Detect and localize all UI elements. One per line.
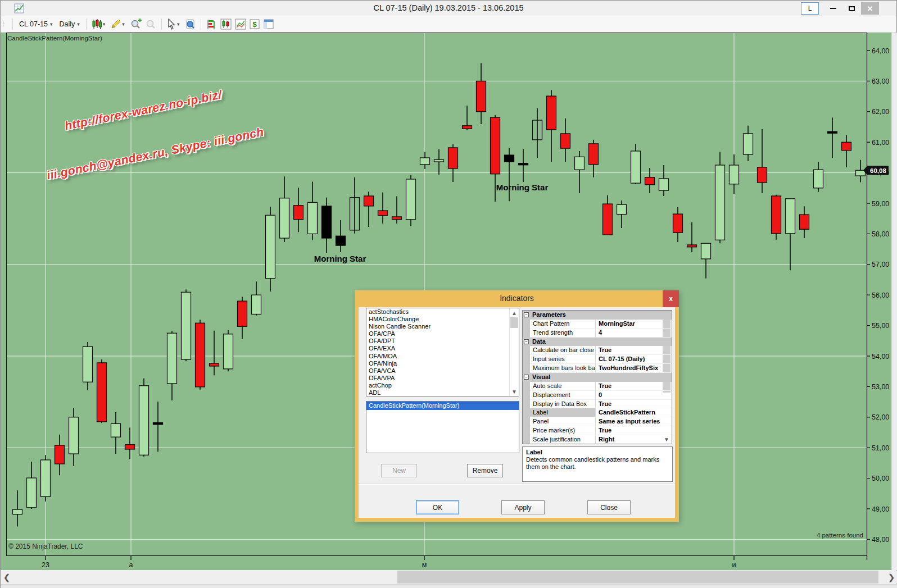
candle-body xyxy=(772,196,781,234)
indicator-list-item[interactable]: actStochastics xyxy=(366,308,519,316)
line-chart-icon xyxy=(235,19,246,30)
property-row[interactable]: Calculate on bar closeTrue xyxy=(523,346,672,355)
minimize-button[interactable] xyxy=(824,2,841,15)
property-grid[interactable]: ▲ ▼ −ParametersChart PatternMorningStarT… xyxy=(522,310,672,444)
property-row[interactable]: Displacement0 xyxy=(523,391,672,400)
available-indicators-list[interactable]: ▲ ▼ actStochasticsHMAColorChangeNison Ca… xyxy=(366,308,519,396)
cursor-button[interactable]: ▾ xyxy=(165,17,183,31)
property-row[interactable]: Input seriesCL 07-15 (Daily) xyxy=(523,355,672,364)
candle-body xyxy=(828,131,837,133)
new-button[interactable]: New xyxy=(381,464,417,477)
control-center-icon xyxy=(263,19,274,30)
selected-indicators-list[interactable]: CandleStickPattern(MorningStar) xyxy=(366,401,519,453)
patterns-found-label: 4 patterns found xyxy=(801,532,863,539)
property-row[interactable]: Chart PatternMorningStar xyxy=(523,320,672,329)
indicator-list-item[interactable]: ADL xyxy=(366,389,519,396)
candle-body xyxy=(505,155,514,162)
scrollbar-thumb[interactable] xyxy=(397,571,878,584)
apply-button[interactable]: Apply xyxy=(501,500,545,514)
property-group-row[interactable]: −Visual xyxy=(523,373,672,382)
collapse-icon[interactable]: − xyxy=(524,312,529,317)
scrollbar-thumb[interactable] xyxy=(510,317,518,328)
market-analyzer-button[interactable] xyxy=(205,17,218,31)
candle-body xyxy=(196,323,205,387)
separator xyxy=(359,484,675,485)
draw-button[interactable]: ▾ xyxy=(109,17,128,31)
pattern-label: Morning Star xyxy=(496,183,549,192)
candle-body xyxy=(153,423,163,425)
property-group-row[interactable]: −Parameters xyxy=(523,311,672,320)
close-dialog-button[interactable]: Close xyxy=(587,500,631,514)
chart-button[interactable] xyxy=(219,17,233,31)
property-row[interactable]: Maximum bars look baTwoHundredFiftySix xyxy=(523,364,672,373)
data-box-button[interactable] xyxy=(183,17,197,31)
candle-body xyxy=(111,423,121,437)
scroll-down-icon[interactable]: ▼ xyxy=(510,387,519,396)
scroll-left-icon[interactable]: ❮ xyxy=(1,571,13,584)
indicator-list-item[interactable]: OFA/Ninja xyxy=(366,360,519,367)
indicator-list-item[interactable]: OFA/EXA xyxy=(366,345,519,352)
candle-body xyxy=(715,165,725,240)
indicator-list-item[interactable]: OFA/CPA xyxy=(366,330,519,338)
property-description-title: Label xyxy=(526,449,669,455)
indicator-list-item[interactable]: OFA/VCA xyxy=(366,367,519,375)
candle-body xyxy=(308,202,318,234)
zoom-in-button[interactable] xyxy=(129,17,143,31)
control-center-button[interactable] xyxy=(262,17,275,31)
zoom-out-button[interactable] xyxy=(144,17,158,31)
indicator-list-item[interactable]: OFA/MOA xyxy=(366,353,519,360)
price-tick-label: 50,00 xyxy=(872,475,889,482)
period-selector[interactable]: Daily▾ xyxy=(57,19,83,29)
property-row[interactable]: Auto scaleTrue xyxy=(523,382,672,391)
ok-button[interactable]: OK xyxy=(416,500,459,514)
dialog-close-button[interactable]: x xyxy=(663,290,679,307)
candle-body xyxy=(842,142,851,151)
dialog-title: Indicators xyxy=(355,294,679,303)
close-button[interactable]: ✕ xyxy=(861,2,879,15)
candle-body xyxy=(420,158,430,165)
candle-body xyxy=(434,159,444,162)
time-tick-label: а xyxy=(129,561,133,569)
indicator-list-item[interactable]: HMAColorChange xyxy=(366,316,519,323)
property-description-text: Detects common candlestick patterns and … xyxy=(526,456,669,471)
maximize-button[interactable] xyxy=(843,2,860,15)
instrument-selector[interactable]: CL 07-15▾ xyxy=(16,19,56,29)
indicators-dialog: Indicators x ▲ ▼ actStochasticsHMAColorC… xyxy=(355,290,679,522)
property-row[interactable]: Trend strength4 xyxy=(523,329,672,338)
list-scrollbar[interactable]: ▲ ▼ xyxy=(509,308,519,396)
scroll-right-icon[interactable]: ❯ xyxy=(885,571,897,584)
indicator-list-item[interactable]: Nison Candle Scanner xyxy=(366,323,519,330)
candle-body xyxy=(322,206,332,238)
horizontal-scrollbar[interactable]: ❮ ❯ xyxy=(1,571,897,584)
link-button[interactable]: L xyxy=(801,2,819,15)
candle-body xyxy=(631,151,641,183)
property-row[interactable]: LabelCandleStickPattern xyxy=(523,408,672,417)
candle-body xyxy=(364,196,374,206)
zoom-out-icon xyxy=(145,19,157,30)
account-button[interactable]: $ xyxy=(248,17,261,31)
candle-body xyxy=(378,211,388,216)
property-row[interactable]: Scale justificationRight xyxy=(523,435,672,444)
property-row[interactable]: PanelSame as input series xyxy=(523,417,672,426)
candlestick-style-button[interactable]: ▾ xyxy=(90,17,108,31)
candle-body xyxy=(294,206,303,220)
toolbar-grip[interactable]: ⁞ xyxy=(3,23,7,26)
selected-indicator-item[interactable]: CandleStickPattern(MorningStar) xyxy=(366,402,519,410)
chevron-down-icon: ▾ xyxy=(121,21,126,27)
remove-button[interactable]: Remove xyxy=(467,464,503,477)
indicator-list-item[interactable]: actChop xyxy=(366,382,519,389)
candle-body xyxy=(448,148,458,168)
line-chart-button[interactable] xyxy=(234,17,247,31)
candle-body xyxy=(814,170,823,188)
property-row[interactable]: Price marker(s)True xyxy=(523,426,672,435)
candle-body xyxy=(659,179,669,190)
separator xyxy=(12,19,13,30)
property-group-row[interactable]: −Data xyxy=(523,338,672,347)
scroll-up-icon[interactable]: ▲ xyxy=(510,308,519,317)
collapse-icon[interactable]: − xyxy=(524,339,529,344)
candle-body xyxy=(238,301,247,326)
indicator-list-item[interactable]: OFA/DPT xyxy=(366,338,519,345)
property-row[interactable]: Display in Data BoxTrue xyxy=(523,400,672,409)
indicator-list-item[interactable]: OFA/VPA xyxy=(366,375,519,382)
collapse-icon[interactable]: − xyxy=(524,375,529,380)
